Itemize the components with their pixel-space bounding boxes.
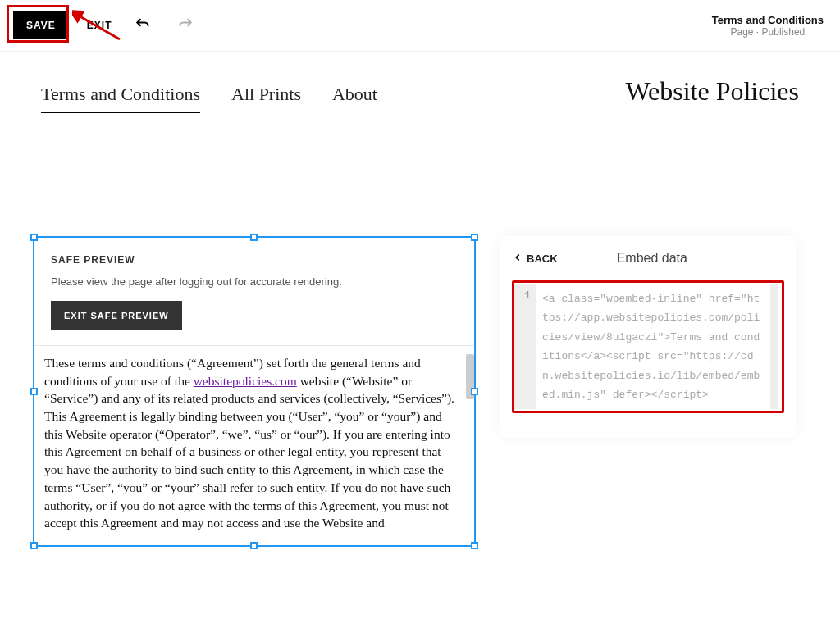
nav-tab-prints[interactable]: All Prints — [231, 84, 301, 113]
site-title: Website Policies — [625, 76, 799, 107]
document-body[interactable]: These terms and conditions (“Agreement”)… — [33, 346, 476, 547]
terms-link[interactable]: websitepolicies.com — [194, 374, 297, 388]
safe-preview-title: SAFE PREVIEW — [51, 254, 458, 266]
save-button[interactable]: SAVE — [13, 11, 69, 39]
undo-icon — [135, 23, 151, 35]
exit-safe-preview-button[interactable]: EXIT SAFE PREVIEW — [51, 301, 182, 330]
document-status: Terms and Conditions Page · Published — [712, 14, 824, 38]
document-publish-status: Page · Published — [712, 26, 824, 38]
undo-button[interactable] — [131, 13, 154, 39]
embed-code-text[interactable]: <a class="wpembed-inline" href="https://… — [536, 284, 770, 409]
terms-text-post: website (“Website” or “Service”) and any… — [44, 374, 454, 530]
scrollbar[interactable] — [466, 354, 474, 399]
sidebar-panel: BACK Embed data 1 <a class="wpembed-inli… — [500, 236, 796, 438]
code-gutter: 1 — [514, 284, 536, 409]
code-scrollbar[interactable] — [770, 284, 778, 409]
safe-preview-banner: SAFE PREVIEW Please view the page after … — [33, 236, 476, 346]
topbar: SAVE EXIT Terms and Conditions Page · Pu… — [0, 0, 840, 52]
document-title: Terms and Conditions — [712, 14, 824, 26]
sidebar-title: Embed data — [525, 251, 779, 266]
safe-preview-text: Please view the page after logging out f… — [51, 275, 458, 288]
redo-icon — [177, 23, 194, 35]
sidebar-header: BACK Embed data — [512, 251, 784, 266]
nav-row: Terms and Conditions All Prints About We… — [0, 52, 840, 121]
nav-tab-terms[interactable]: Terms and Conditions — [41, 84, 200, 113]
embed-code-block[interactable]: 1 <a class="wpembed-inline" href="https:… — [512, 280, 784, 413]
nav-tab-about[interactable]: About — [332, 84, 377, 113]
preview-panel[interactable]: SAFE PREVIEW Please view the page after … — [33, 236, 476, 547]
nav-tabs: Terms and Conditions All Prints About — [41, 84, 625, 113]
redo-button[interactable] — [174, 13, 197, 39]
exit-button[interactable]: EXIT — [87, 20, 112, 31]
